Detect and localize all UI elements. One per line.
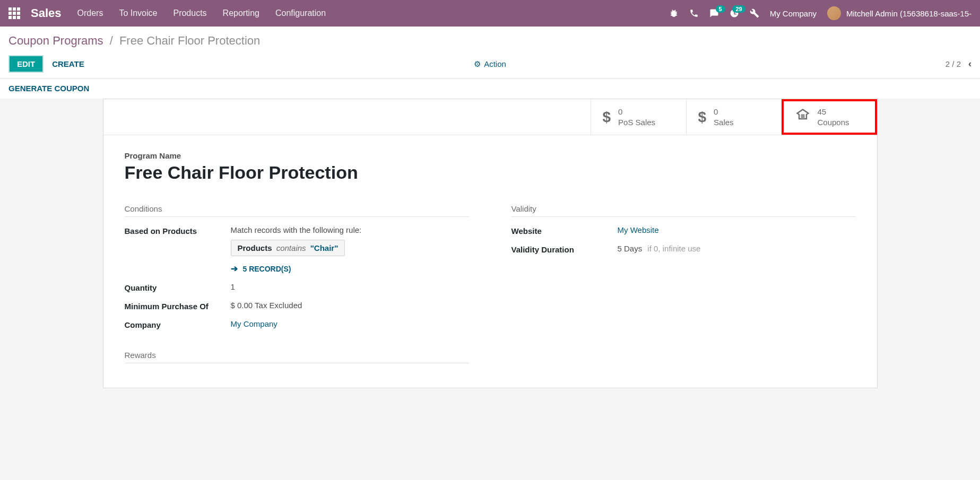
stat-pos-sales-label: PoS Sales [618, 117, 655, 128]
sub-toolbar: GENERATE COUPON [0, 78, 980, 99]
action-label: Action [484, 59, 506, 68]
activities-badge: 29 [732, 5, 745, 13]
company-switcher[interactable]: My Company [770, 9, 817, 18]
app-brand[interactable]: Sales [31, 6, 62, 20]
breadcrumb-separator: / [110, 34, 113, 47]
activities-icon[interactable]: 29 [730, 8, 739, 18]
debug-icon[interactable] [669, 8, 679, 18]
stat-buttons: $ 0 PoS Sales $ 0 Sales 45 Cou [103, 99, 877, 135]
ticket-icon [795, 108, 810, 126]
quantity-value: 1 [231, 282, 469, 291]
nav-products[interactable]: Products [173, 8, 206, 18]
stat-coupons[interactable]: 45 Coupons [782, 99, 877, 135]
based-on-products-value: Match records with the following rule: P… [231, 225, 469, 274]
breadcrumb-current: Free Chair Floor Protection [119, 34, 260, 47]
toolbar: EDIT CREATE ⚙ Action 2 / 2 ‹ [8, 55, 972, 78]
pager: 2 / 2 ‹ [946, 58, 972, 69]
nav-orders[interactable]: Orders [77, 8, 103, 18]
company-name: My Company [770, 9, 817, 18]
stat-sales-value: 0 [714, 107, 734, 117]
program-name-label: Program Name [125, 151, 856, 160]
tools-icon[interactable] [750, 8, 759, 18]
form-sheet: $ 0 PoS Sales $ 0 Sales 45 Cou [103, 99, 878, 388]
phone-icon[interactable] [689, 8, 699, 18]
validity-duration-value: 5 Days if 0, infinite use [618, 244, 856, 253]
validity-column: Validity Website My Website Validity Dur… [511, 204, 856, 372]
stat-sales-label: Sales [714, 117, 734, 128]
website-value[interactable]: My Website [618, 225, 659, 234]
user-name: Mitchell Admin (15638618-saas-15- [846, 9, 972, 18]
domain-value: "Chair" [310, 243, 339, 252]
nav-to-invoice[interactable]: To Invoice [119, 8, 157, 18]
stat-pos-sales-value: 0 [618, 107, 655, 117]
based-on-products-label: Based on Products [125, 225, 231, 235]
arrow-right-icon: ➔ [231, 264, 238, 274]
quantity-label: Quantity [125, 282, 231, 292]
validity-duration-label: Validity Duration [511, 244, 618, 254]
conditions-column: Conditions Based on Products Match recor… [125, 204, 469, 372]
gear-icon: ⚙ [474, 59, 481, 69]
stat-coupons-value: 45 [818, 107, 849, 117]
breadcrumb: Coupon Programs / Free Chair Floor Prote… [8, 34, 972, 48]
rule-intro: Match records with the following rule: [231, 225, 469, 234]
validity-duration-hint: if 0, infinite use [647, 244, 700, 253]
generate-coupon-button[interactable]: GENERATE COUPON [8, 84, 89, 93]
pager-text[interactable]: 2 / 2 [946, 59, 961, 68]
records-count: 5 RECORD(S) [243, 265, 291, 273]
dollar-icon: $ [603, 109, 611, 126]
apps-icon[interactable] [8, 7, 20, 19]
pager-prev[interactable]: ‹ [968, 58, 972, 69]
conditions-title: Conditions [125, 204, 469, 217]
edit-button[interactable]: EDIT [8, 55, 44, 73]
nav-reporting[interactable]: Reporting [223, 8, 259, 18]
control-panel: Coupon Programs / Free Chair Floor Prote… [0, 27, 980, 78]
company-value[interactable]: My Company [231, 319, 277, 328]
nav-configuration[interactable]: Configuration [275, 8, 326, 18]
action-dropdown[interactable]: ⚙ Action [474, 59, 506, 69]
avatar [827, 6, 841, 20]
top-navbar: Sales Orders To Invoice Products Reporti… [0, 0, 980, 27]
domain-chip[interactable]: Products contains "Chair" [231, 240, 345, 256]
stat-sales[interactable]: $ 0 Sales [686, 99, 782, 135]
min-purchase-label: Minimum Purchase Of [125, 301, 231, 311]
company-label: Company [125, 319, 231, 329]
dollar-icon: $ [698, 109, 707, 126]
user-menu[interactable]: Mitchell Admin (15638618-saas-15- [827, 6, 972, 20]
create-button[interactable]: CREATE [52, 59, 84, 68]
domain-field: Products [238, 243, 272, 252]
stat-pos-sales[interactable]: $ 0 PoS Sales [591, 99, 686, 135]
messages-badge: 5 [716, 5, 725, 13]
domain-operator: contains [276, 243, 306, 252]
program-name-value: Free Chair Floor Protection [125, 162, 856, 183]
stat-coupons-label: Coupons [818, 117, 849, 128]
validity-title: Validity [511, 204, 856, 217]
rewards-title: Rewards [125, 351, 469, 363]
records-link[interactable]: ➔ 5 RECORD(S) [231, 264, 469, 274]
breadcrumb-parent[interactable]: Coupon Programs [8, 34, 103, 47]
website-label: Website [511, 225, 618, 235]
min-purchase-value: $ 0.00 Tax Excluded [231, 301, 469, 310]
messages-icon[interactable]: 5 [709, 8, 719, 18]
